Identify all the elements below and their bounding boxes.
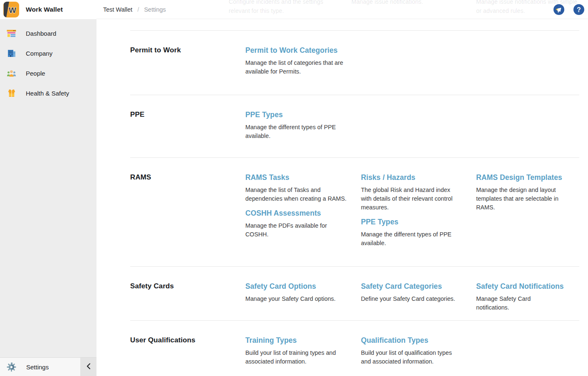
top-bar: Configure incidents and the settings rel… [96,0,588,19]
svg-text:W: W [9,6,16,15]
section-column [476,111,579,157]
section-column: RAMS Design TemplatesManage the design a… [476,173,579,266]
main-area: Configure incidents and the settings rel… [96,0,588,376]
sidebar-item-company[interactable]: Company [0,43,96,63]
setting-description: Manage the different types of PPE availa… [361,230,476,248]
section-column: Safety Card CategoriesDefine your Safety… [361,282,476,320]
background-scrolled-text: Manage issue notifications. [351,0,459,6]
settings-link-coshh-assessments[interactable]: COSHH Assessments [245,209,321,218]
sidebar-item-people[interactable]: People [0,63,96,83]
section-rams: RAMSRAMS TasksManage the list of Tasks a… [130,157,579,266]
section-column: Risks / HazardsThe global Risk and Hazar… [361,173,476,266]
setting-description: Manage the design and layout templates t… [476,186,579,212]
section-column: RAMS TasksManage the list of Tasks and d… [245,173,361,266]
settings-link-safety-card-categories[interactable]: Safety Card Categories [361,282,442,291]
settings-link-ppe-types[interactable]: PPE Types [245,111,283,119]
setting-item: Safety Card OptionsManage your Safety Ca… [245,282,361,303]
section-column: Qualification TypesBuild your list of qu… [361,336,476,376]
section-column [361,46,476,95]
setting-description: Manage the PDFs available for COSHH. [245,221,361,239]
company-icon [6,48,17,59]
settings-link-safety-card-notifications[interactable]: Safety Card Notifications [476,282,564,291]
svg-text:?: ? [577,6,581,13]
breadcrumb-root[interactable]: Test Wallet [103,6,132,13]
setting-description: Manage the list of categories that are a… [245,59,361,76]
section-safety-cards: Safety CardsSafety Card OptionsManage yo… [130,266,579,320]
sidebar-nav: DashboardCompanyPeopleHealth & Safety [0,19,96,357]
settings-link-permit-to-work-categories[interactable]: Permit to Work Categories [245,46,338,55]
brand-name: Work Wallet [26,6,63,13]
setting-item: RAMS TasksManage the list of Tasks and d… [245,173,361,203]
settings-link-rams-tasks[interactable]: RAMS Tasks [245,173,289,182]
section-title: User Qualifications [130,336,245,376]
breadcrumb-current: Settings [144,6,166,13]
brand-row: W Work Wallet [0,0,96,19]
breadcrumb-separator: / [137,6,139,13]
section-column: Training TypesBuild your list of trainin… [245,336,361,376]
section-permit-to-work: Permit to WorkPermit to Work CategoriesM… [130,30,579,95]
setting-item: Qualification TypesBuild your list of qu… [361,336,476,366]
setting-description: Build your list of qualification types a… [361,349,476,366]
setting-item: Safety Card NotificationsManage Safety C… [476,282,579,312]
settings-link-ppe-types[interactable]: PPE Types [361,218,398,226]
section-column: Safety Card NotificationsManage Safety C… [476,282,579,320]
section-title: PPE [130,111,245,157]
sidebar-bottom: Settings [0,357,96,376]
section-title: RAMS [130,173,245,266]
breadcrumb: Test Wallet / Settings [103,0,166,19]
sidebar-item-label: Health & Safety [26,90,69,97]
setting-item: Training TypesBuild your list of trainin… [245,336,361,366]
megaphone-icon[interactable] [553,4,564,15]
dashboard-icon [6,28,17,39]
sidebar-item-dashboard[interactable]: Dashboard [0,23,96,43]
settings-link-training-types[interactable]: Training Types [245,336,297,345]
settings-link-safety-card-options[interactable]: Safety Card Options [245,282,316,291]
sidebar-item-label: Dashboard [26,30,56,37]
help-icon[interactable]: ? [573,4,584,15]
section-column [476,336,579,376]
sidebar-collapse-button[interactable] [80,358,96,376]
settings-link-rams-design-templates[interactable]: RAMS Design Templates [476,173,562,182]
setting-description: The global Risk and Hazard index with de… [361,186,476,212]
settings-link-qualification-types[interactable]: Qualification Types [361,336,428,345]
settings-sections: Permit to WorkPermit to Work CategoriesM… [96,30,588,376]
setting-description: Manage your Safety Card options. [245,295,361,303]
health-safety-icon [6,88,17,98]
chevron-left-icon [86,363,91,371]
people-icon [6,68,17,79]
setting-description: Define your Safety Card categories. [361,295,476,303]
setting-item: RAMS Design TemplatesManage the design a… [476,173,579,212]
section-column: Safety Card OptionsManage your Safety Ca… [245,282,361,320]
sidebar-item-settings[interactable]: Settings [0,358,80,376]
setting-item: Permit to Work CategoriesManage the list… [245,46,361,76]
setting-item: PPE TypesManage the different types of P… [361,218,476,248]
setting-description: Manage Safety Card notifications. [476,295,579,312]
gear-icon [7,362,16,372]
section-column [361,111,476,157]
settings-link-risks-hazards[interactable]: Risks / Hazards [361,173,415,182]
sidebar-item-health-safety[interactable]: Health & Safety [0,83,96,103]
work-wallet-logo-icon: W [3,2,19,17]
setting-description: Build your list of training types and as… [245,349,361,366]
setting-item: COSHH AssessmentsManage the PDFs availab… [245,209,361,239]
sidebar: W Work Wallet DashboardCompanyPeopleHeal… [0,0,96,376]
setting-item: Risks / HazardsThe global Risk and Hazar… [361,173,476,212]
sidebar-item-label: Company [26,50,52,57]
background-scrolled-text: Configure incidents and the settings rel… [229,0,336,15]
setting-item: Safety Card CategoriesDefine your Safety… [361,282,476,303]
section-title: Safety Cards [130,282,245,320]
topbar-actions: ? [553,4,584,15]
setting-description: Manage the list of Tasks and dependencie… [245,186,361,203]
sidebar-item-label: People [26,70,45,77]
section-user-qualifications: User QualificationsTraining TypesBuild y… [130,320,579,376]
sidebar-item-label: Settings [26,364,49,371]
setting-description: Manage the different types of PPE availa… [245,123,361,140]
setting-item: PPE TypesManage the different types of P… [245,111,361,140]
section-title: Permit to Work [130,46,245,95]
section-column: PPE TypesManage the different types of P… [245,111,361,157]
section-column [476,46,579,95]
section-ppe: PPEPPE TypesManage the different types o… [130,95,579,157]
section-column: Permit to Work CategoriesManage the list… [245,46,361,95]
